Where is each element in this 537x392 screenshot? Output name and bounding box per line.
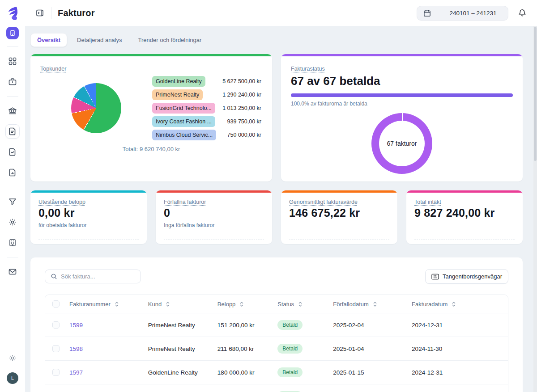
legend-value: 939 750,00 kr — [227, 118, 261, 125]
stat-value: 0 — [164, 207, 264, 219]
cell-amount: 180 000,00 kr — [213, 361, 273, 384]
stat-caption — [289, 222, 389, 228]
sort-icon[interactable] — [240, 302, 243, 307]
fakturastatus-caption: 100.0% av fakturorna är betalda — [291, 101, 513, 107]
legend-label: Ivory Coast Fashion ... — [152, 116, 215, 127]
scrollbar-thumb[interactable] — [534, 27, 537, 161]
legend-label: FusionGrid Technolo... — [152, 103, 215, 114]
cell-due-date: 2025-01-04 — [328, 337, 407, 361]
legend-label: PrimeNest Realty — [152, 89, 203, 100]
sort-icon[interactable] — [452, 302, 456, 307]
legend-label: Nimbus Cloud Servic... — [152, 130, 216, 140]
cell-customer: GoldenLine Realty — [144, 384, 213, 392]
sidebar-item-briefcase[interactable] — [5, 75, 20, 89]
topkunder-title-link[interactable]: Topkunder — [40, 66, 66, 72]
vertical-scrollbar[interactable] — [533, 26, 537, 392]
sidebar-item-dashboard[interactable] — [5, 54, 20, 68]
col-fakturadatum: Fakturadatum — [412, 301, 448, 308]
legend-label: GoldenLine Realty — [152, 76, 205, 87]
sidebar-item-filter[interactable] — [5, 194, 20, 209]
sidebar-item-file-report[interactable] — [5, 165, 20, 180]
cell-due-date: 2025-01-15 — [328, 361, 407, 384]
invoice-table: Fakturanummer Kund Belopp Status Förfall… — [45, 295, 508, 392]
sidebar-item-file-chart[interactable] — [5, 145, 20, 159]
legend-item[interactable]: Nimbus Cloud Servic... 750 000,00 kr — [152, 130, 261, 140]
table-row[interactable]: 1599 PrimeNest Realty 151 200,00 kr Beta… — [45, 313, 508, 337]
sort-icon[interactable] — [373, 302, 377, 307]
sidebar-toggle-icon[interactable] — [34, 7, 46, 19]
sidebar-item-building[interactable] — [5, 236, 20, 250]
fakturastatus-title-link[interactable]: Fakturastatus — [291, 66, 325, 72]
calendar-icon — [423, 9, 431, 17]
stat-title-link[interactable]: Genomsnittligt fakturavärde — [289, 199, 389, 205]
stat-value: 9 827 240,00 kr — [414, 207, 515, 219]
date-range-picker[interactable]: 240101 – 241231 — [417, 6, 508, 21]
row-checkbox[interactable] — [52, 321, 60, 329]
row-checkbox[interactable] — [52, 345, 60, 352]
sidebar-item-invoices[interactable] — [5, 124, 20, 139]
col-kund: Kund — [148, 301, 162, 308]
sidebar-divider — [7, 257, 18, 257]
keyboard-icon — [431, 274, 439, 280]
cell-invoice-date: 2024-12-31 — [407, 313, 508, 337]
table-header-row: Fakturanummer Kund Belopp Status Förfall… — [45, 295, 508, 313]
cell-amount: 211 680,00 kr — [213, 337, 273, 361]
sidebar-item-company[interactable] — [6, 27, 19, 39]
cell-invoice-date: 2024-12-31 — [407, 361, 508, 384]
search-input[interactable] — [61, 273, 132, 280]
cell-due-date: 2025-02-04 — [328, 313, 407, 337]
theme-toggle-sun-icon[interactable] — [5, 351, 20, 365]
page-title: Fakturor — [58, 8, 95, 18]
invoice-search[interactable] — [45, 270, 141, 283]
sidebar-item-mail[interactable] — [5, 265, 20, 279]
fakturastatus-card: Fakturastatus 67 av 67 betalda 100.0% av… — [281, 54, 523, 181]
cell-amount: 151 200,00 kr — [213, 313, 273, 337]
status-badge: Betald — [277, 320, 303, 330]
select-all-checkbox[interactable] — [52, 300, 60, 308]
col-forfallodatum: Förfallodatum — [333, 301, 368, 308]
tab-bar: Översikt Detaljerad analys Trender och f… — [30, 33, 523, 47]
sort-icon[interactable] — [115, 302, 119, 307]
legend-item[interactable]: GoldenLine Realty 5 627 500,00 kr — [152, 76, 261, 87]
status-donut-label: 67 fakturor — [387, 140, 417, 147]
stat-caption: för obetalda fakturor — [38, 222, 139, 228]
stat-caption — [414, 222, 515, 228]
tab-trender[interactable]: Trender och fördelningar — [132, 34, 208, 46]
topkunder-card: Topkunder GoldenLine Realty 5 627 500,00… — [30, 54, 272, 181]
table-row[interactable]: 1598 PrimeNest Realty 211 680,00 kr Beta… — [45, 337, 508, 361]
app-logo-icon[interactable] — [6, 6, 19, 21]
invoice-number-link[interactable]: 1599 — [69, 322, 83, 329]
cell-amount: -170 000,00 kr — [213, 384, 273, 392]
main-content: Översikt Detaljerad analys Trender och f… — [25, 26, 533, 392]
sidebar-item-settings[interactable] — [5, 215, 20, 229]
invoice-number-link[interactable]: 1597 — [69, 369, 83, 376]
sort-icon[interactable] — [166, 302, 170, 307]
row-checkbox[interactable] — [52, 369, 60, 376]
tab-oversikt[interactable]: Översikt — [30, 33, 67, 47]
legend-value: 750 000,00 kr — [227, 132, 261, 138]
keyboard-shortcuts-button[interactable]: Tangentbordsgenvägar — [425, 269, 508, 284]
table-row[interactable]: 1596 GoldenLine Realty -170 000,00 kr Be… — [45, 384, 508, 392]
legend-item[interactable]: Ivory Coast Fashion ... 939 750,00 kr — [152, 116, 261, 127]
tab-detaljerad-analys[interactable]: Detaljerad analys — [71, 34, 128, 46]
stat-title-link[interactable]: Total intäkt — [414, 199, 515, 205]
topkunder-pie[interactable] — [71, 83, 121, 133]
status-donut-center: 67 fakturor — [379, 121, 425, 166]
stat-title-link[interactable]: Utestående belopp — [38, 199, 139, 205]
table-row[interactable]: 1597 GoldenLine Realty 180 000,00 kr Bet… — [45, 361, 508, 384]
stat-title-link[interactable]: Förfallna fakturor — [164, 199, 264, 205]
stat-card-forfallna: Förfallna fakturor 0 Inga förfallna fakt… — [156, 190, 272, 244]
col-fakturanummer: Fakturanummer — [69, 301, 111, 308]
status-donut[interactable]: 67 fakturor — [371, 113, 432, 174]
legend-item[interactable]: FusionGrid Technolo... 1 013 250,00 kr — [152, 103, 261, 114]
sidebar-divider — [7, 96, 18, 97]
cell-customer: PrimeNest Realty — [144, 313, 213, 337]
sort-icon[interactable] — [298, 302, 302, 307]
user-avatar[interactable]: L — [7, 372, 18, 384]
invoice-number-link[interactable]: 1598 — [69, 346, 83, 352]
legend-value: 5 627 500,00 kr — [222, 78, 261, 84]
legend-item[interactable]: PrimeNest Realty 1 290 240,00 kr — [152, 89, 261, 100]
sidebar-item-bank[interactable] — [5, 104, 20, 118]
col-belopp: Belopp — [217, 301, 235, 308]
notifications-bell-icon[interactable] — [516, 7, 528, 19]
